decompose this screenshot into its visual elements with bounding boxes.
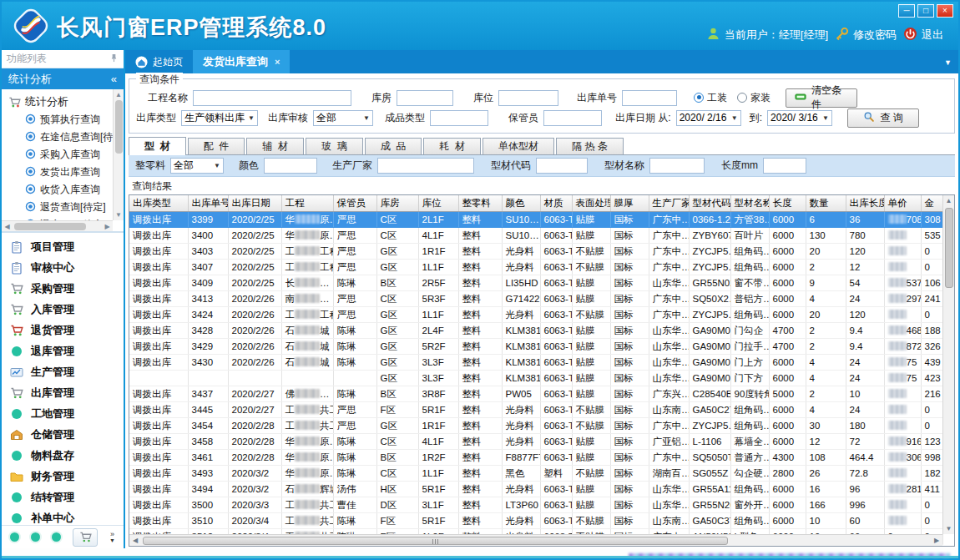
- table-hscrollbar[interactable]: ◀ ▶: [129, 534, 942, 546]
- pin-icon[interactable]: [109, 53, 119, 65]
- product-type-input[interactable]: [430, 110, 488, 126]
- column-header[interactable]: 型材名称: [730, 195, 769, 212]
- table-row[interactable]: 调拨出库34282020/2/26石城陈琳G区2L4F整料KLM38176063…: [129, 323, 942, 339]
- column-header[interactable]: 库房: [376, 195, 418, 212]
- search-button[interactable]: 查 询: [847, 108, 919, 128]
- material-tab-5[interactable]: 耗 材: [423, 138, 481, 154]
- sidebar-item-11[interactable]: 财务管理: [2, 466, 124, 487]
- column-header[interactable]: 型材代码: [689, 195, 730, 212]
- table-row[interactable]: 调拨出库34032020/2/25工工程严思G区1R1F整料光身料6063-T5…: [129, 244, 942, 260]
- table-header-row[interactable]: 出库类型出库单号出库日期工程保管员库房库位整零料颜色材质表面处理膜厚生产厂家型材…: [129, 195, 942, 212]
- sidebar-item-6[interactable]: 生产管理: [2, 361, 124, 382]
- column-header[interactable]: 出库日期: [228, 195, 281, 212]
- column-header[interactable]: 出库类型: [129, 195, 188, 212]
- column-header[interactable]: 保管员: [333, 195, 376, 212]
- sidebar-item-8[interactable]: 工地管理: [2, 403, 124, 424]
- table-row[interactable]: 调拨出库34932020/3/2华原…陈琳C区1L1F整料黑色塑料不贴膜国标湖南…: [129, 466, 942, 482]
- table-row[interactable]: 调拨出库34072020/2/25工工程严思G区1L1F整料光身料6063-T5…: [129, 260, 942, 275]
- material-tab-1[interactable]: 配 件: [188, 138, 245, 154]
- table-row[interactable]: 调拨出库34302020/2/26石城陈琳G区3L3F整料KLM38176063…: [129, 355, 942, 371]
- clear-conditions-button[interactable]: 清空条件: [786, 88, 857, 108]
- tree-item-2[interactable]: 采购入库查询: [8, 146, 112, 164]
- radio-home-wear[interactable]: 家装: [737, 91, 771, 105]
- color-input[interactable]: [264, 158, 317, 174]
- logout-link[interactable]: 退出: [903, 27, 943, 43]
- table-row[interactable]: 调拨出库35102020/3/4工共工程陈琳F区5R1F整料光身料6063-T5…: [129, 513, 942, 529]
- table-row[interactable]: 调拨出库34612020/2/28华原…陈琳B区1R2F整料F8877FT606…: [129, 450, 942, 466]
- sidebar-item-13[interactable]: 补单中心: [2, 507, 124, 525]
- length-input[interactable]: [763, 158, 806, 174]
- radio-work-wear[interactable]: 工装: [694, 91, 727, 105]
- table-vscrollbar[interactable]: ▲ ▼: [942, 195, 954, 534]
- table-row[interactable]: 调拨出库34092020/2/25长…陈琳B区2R5F整料LI35HD6063-…: [129, 275, 942, 291]
- out-type-select[interactable]: 生产领料出库▼: [181, 110, 258, 126]
- warehouse-input[interactable]: [397, 90, 453, 106]
- table-row[interactable]: 调拨出库34372020/2/27佛…陈琳B区3R8F整料PW056063-T5…: [129, 386, 942, 402]
- date-from-picker[interactable]: 2020/ 2/16▼: [676, 110, 741, 126]
- column-header[interactable]: 表面处理: [572, 195, 610, 212]
- maximize-button[interactable]: □: [917, 4, 934, 18]
- material-tab-6[interactable]: 单体型材: [483, 138, 554, 154]
- tree-item-0[interactable]: 预算执行查询: [8, 111, 112, 129]
- material-tab-0[interactable]: 型 材: [129, 137, 186, 155]
- table-row[interactable]: 调拨出库34132020/2/26南…严思C区5R3F整料G714226063-…: [129, 291, 942, 307]
- material-tab-4[interactable]: 成 品: [365, 138, 422, 154]
- column-header[interactable]: 材质: [540, 195, 572, 212]
- section-header-statistics[interactable]: 统计分析 «: [2, 68, 124, 89]
- table-row[interactable]: 调拨出库34542020/2/28工共工程严思G区1R1F整料光身料6063-T…: [129, 418, 942, 434]
- sidebar-item-12[interactable]: 结转管理: [2, 487, 124, 507]
- sidebar-item-7[interactable]: 出库管理: [2, 382, 124, 403]
- more-modules-chevron[interactable]: » ▼: [109, 532, 115, 543]
- tree-hscrollbar[interactable]: ◀ ▶: [2, 220, 113, 231]
- change-password-link[interactable]: 修改密码: [835, 27, 897, 43]
- module-dot-icon[interactable]: [10, 532, 19, 542]
- table-row[interactable]: G区3L3F整料KLM38176063-T5贴膜国标山东华…GA90M09.门下…: [129, 371, 942, 386]
- sidebar-item-10[interactable]: 物料盘存: [2, 445, 124, 466]
- tree-root-statistics[interactable]: 统计分析: [8, 93, 112, 111]
- tree-item-3[interactable]: 发货出库查询: [8, 164, 112, 181]
- column-header[interactable]: 颜色: [502, 195, 540, 212]
- maker-input[interactable]: [377, 158, 474, 174]
- tree-item-1[interactable]: 在途信息查询[待: [8, 129, 112, 146]
- column-header[interactable]: 库位: [418, 195, 458, 212]
- whole-part-select[interactable]: 全部▼: [170, 158, 224, 174]
- sidebar-item-4[interactable]: 退货管理: [2, 320, 124, 341]
- column-header[interactable]: 数量: [806, 195, 846, 212]
- tree-vscrollbar[interactable]: ▲ ▼: [113, 89, 124, 220]
- module-dot-icon[interactable]: [52, 532, 61, 542]
- profile-code-input[interactable]: [536, 158, 588, 174]
- sidebar-item-2[interactable]: 采购管理: [2, 278, 124, 299]
- table-row[interactable]: 调拨出库33992020/2/25华原…严思C区2L1F整料SU10…6063-…: [129, 212, 942, 228]
- column-header[interactable]: 长度: [769, 195, 806, 212]
- audit-select[interactable]: 全部▼: [313, 110, 373, 126]
- sidebar-item-5[interactable]: 退库管理: [2, 341, 124, 361]
- table-row[interactable]: 调拨出库34452020/2/27工共工程严思F区5R1F整料光身料6063-T…: [129, 402, 942, 418]
- table-row[interactable]: 调拨出库34942020/3/2石辉城汤伟H区5R1F整料光身料6063-T5贴…: [129, 482, 942, 497]
- material-tab-7[interactable]: 隔 热 条: [556, 138, 624, 154]
- project-name-input[interactable]: [193, 90, 351, 106]
- column-header[interactable]: 单价: [884, 195, 921, 212]
- date-to-picker[interactable]: 2020/ 3/16▼: [767, 110, 832, 126]
- tab-1[interactable]: 发货出库查询×: [193, 50, 290, 73]
- column-header[interactable]: 膜厚: [610, 195, 649, 212]
- profile-name-input[interactable]: [649, 158, 705, 174]
- column-header[interactable]: 出库长度: [846, 195, 884, 212]
- close-button[interactable]: ×: [937, 4, 953, 18]
- sidebar-item-9[interactable]: 仓储管理: [2, 424, 124, 445]
- column-header[interactable]: 金: [921, 195, 942, 212]
- tree-item-5[interactable]: 退货查询[待定]: [8, 199, 112, 216]
- table-row[interactable]: 调拨出库34582020/2/28华原…陈琳C区4L1F整料光身料6063-T5…: [129, 434, 942, 450]
- sidebar-item-0[interactable]: 项目管理: [2, 236, 124, 257]
- column-header[interactable]: 工程: [281, 195, 333, 212]
- column-header[interactable]: 整零料: [458, 195, 502, 212]
- table-row[interactable]: 调拨出库34002020/2/25华原…严思C区4L1F整料SU10…6063-…: [129, 228, 942, 244]
- cart-module-button[interactable]: [73, 528, 98, 547]
- tabbar-chevron-down-icon[interactable]: ▼: [944, 58, 952, 67]
- keeper-input[interactable]: [543, 110, 602, 126]
- material-tab-3[interactable]: 玻 璃: [306, 138, 363, 154]
- tab-close-icon[interactable]: ×: [275, 57, 280, 67]
- column-header[interactable]: 生产厂家: [649, 195, 689, 212]
- location-input[interactable]: [498, 90, 558, 106]
- tab-0[interactable]: 起始页: [125, 50, 193, 73]
- order-no-input[interactable]: [622, 90, 677, 106]
